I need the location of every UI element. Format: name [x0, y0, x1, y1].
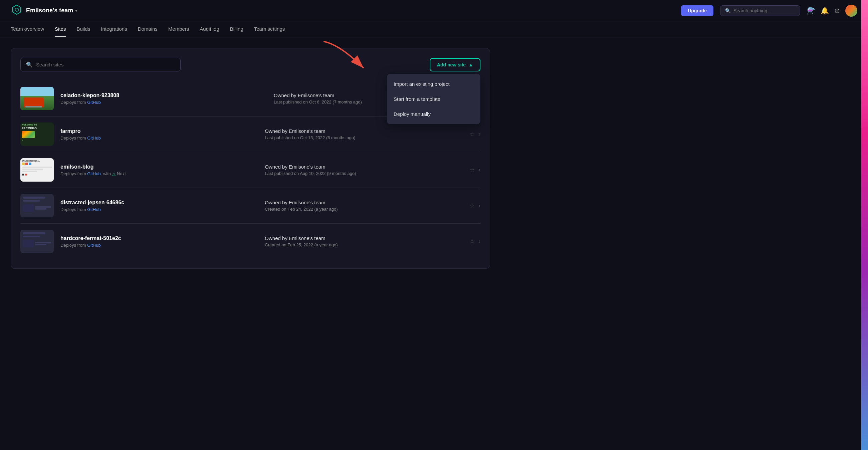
site-name: celadon-klepon-923808	[60, 93, 267, 98]
subnav-members[interactable]: Members	[168, 21, 189, 37]
global-search[interactable]: 🔍	[720, 5, 800, 16]
svg-text:⬡: ⬡	[15, 7, 19, 12]
owner-name: Owned by Emilsone's team	[265, 128, 462, 134]
owner-name: Owned by Emilsone's team	[265, 164, 462, 169]
right-edge-decoration	[861, 0, 868, 450]
site-info: distracted-jepsen-64686c Deploys from Gi…	[60, 200, 258, 212]
topbar: ⬡ Emilsone's team ▾ Upgrade 🔍 ⚗️ 🔔 ⊕	[0, 0, 868, 21]
chevron-right-icon[interactable]: ›	[479, 203, 480, 208]
sites-header: 🔍 Add new sit	[20, 58, 480, 71]
upgrade-button[interactable]: Upgrade	[681, 5, 713, 16]
owner-name: Owned by Emilsone's team	[265, 235, 462, 241]
star-icon[interactable]: ☆	[469, 202, 475, 209]
site-name: distracted-jepsen-64686c	[60, 200, 258, 206]
subnav-builds[interactable]: Builds	[76, 21, 90, 37]
nuxt-badge: with △ Nuxt	[102, 171, 126, 176]
site-thumbnail-blog: EMILSON TECHNICAL	[20, 158, 54, 182]
site-ownership: Owned by Emilsone's team Last published …	[265, 128, 462, 140]
site-info: emilson-blog Deploys from GitHub with △ …	[60, 164, 258, 176]
site-deploy-info: Deploys from GitHub	[60, 243, 258, 248]
sites-container: 🔍 Add new sit	[11, 48, 490, 269]
site-row: EMILSON TECHNICAL	[20, 152, 480, 188]
dropdown-deploy-manually[interactable]: Deploy manually	[387, 106, 480, 122]
site-ownership: Owned by Emilsone's team Last published …	[265, 164, 462, 176]
star-icon[interactable]: ☆	[469, 131, 475, 138]
dropdown-start-template[interactable]: Start from a template	[387, 92, 480, 106]
topbar-icons: ⚗️ 🔔 ⊕	[807, 5, 857, 17]
add-new-site-chevron: ▲	[468, 62, 473, 67]
site-thumbnail-hardcore	[20, 230, 54, 253]
search-icon: 🔍	[725, 8, 731, 13]
chevron-right-icon[interactable]: ›	[479, 131, 480, 137]
site-name: hardcore-fermat-501e2c	[60, 235, 258, 242]
chevron-right-icon[interactable]: ›	[479, 167, 480, 173]
main-content: 🔍 Add new sit	[0, 37, 501, 280]
search-sites[interactable]: 🔍	[20, 58, 181, 71]
netlify-logo-icon: ⬡	[11, 4, 23, 18]
owner-date: Last published on Aug 10, 2022 (9 months…	[265, 171, 462, 176]
owner-date: Created on Feb 24, 2022 (a year ago)	[265, 206, 462, 212]
help-icon[interactable]: ⊕	[834, 7, 840, 15]
add-site-dropdown: Import an existing project Start from a …	[387, 74, 480, 124]
search-sites-icon: 🔍	[26, 61, 33, 68]
team-dropdown-chevron: ▾	[75, 8, 77, 13]
subnav-billing[interactable]: Billing	[230, 21, 243, 37]
site-thumbnail-celadon	[20, 87, 54, 110]
site-ownership: Owned by Emilsone's team Created on Feb …	[265, 200, 462, 212]
site-deploy-info: Deploys from GitHub with △ Nuxt	[60, 171, 258, 176]
owner-date: Last published on Oct 13, 2022 (6 months…	[265, 135, 462, 140]
subnav-domains[interactable]: Domains	[138, 21, 158, 37]
team-name[interactable]: Emilsone's team ▾	[26, 7, 77, 14]
search-sites-input[interactable]	[36, 62, 175, 67]
star-icon[interactable]: ☆	[469, 166, 475, 173]
site-ownership: Owned by Emilsone's team Created on Feb …	[265, 235, 462, 247]
site-name: emilson-blog	[60, 164, 258, 170]
site-info: celadon-klepon-923808 Deploys from GitHu…	[60, 93, 267, 105]
site-row: distracted-jepsen-64686c Deploys from Gi…	[20, 188, 480, 224]
site-deploy-info: Deploys from GitHub	[60, 100, 267, 105]
avatar[interactable]	[845, 5, 857, 17]
github-link[interactable]: GitHub	[87, 171, 100, 176]
owner-date: Created on Feb 25, 2022 (a year ago)	[265, 243, 462, 247]
logo-area: ⬡ Emilsone's team ▾	[11, 4, 77, 18]
site-deploy-info: Deploys from GitHub	[60, 135, 258, 140]
github-link[interactable]: GitHub	[87, 135, 100, 140]
github-link[interactable]: GitHub	[87, 243, 100, 248]
owner-name: Owned by Emilsone's team	[265, 200, 462, 205]
global-search-input[interactable]	[734, 8, 795, 13]
flask-icon[interactable]: ⚗️	[807, 7, 815, 15]
subnav-integrations[interactable]: Integrations	[101, 21, 127, 37]
subnav-team-overview[interactable]: Team overview	[11, 21, 44, 37]
site-thumbnail-farmpro: WELCOME TO FARMPRO ●	[20, 123, 54, 146]
site-info: farmpro Deploys from GitHub	[60, 128, 258, 140]
github-link[interactable]: GitHub	[87, 100, 100, 105]
site-deploy-info: Deploys from GitHub	[60, 207, 258, 212]
site-info: hardcore-fermat-501e2c Deploys from GitH…	[60, 235, 258, 248]
subnav-audit-log[interactable]: Audit log	[199, 21, 219, 37]
site-actions: ☆ ›	[469, 238, 480, 245]
site-name: farmpro	[60, 128, 258, 134]
star-icon[interactable]: ☆	[469, 238, 475, 245]
site-actions: ☆ ›	[469, 131, 480, 138]
site-actions: ☆ ›	[469, 202, 480, 209]
chevron-right-icon[interactable]: ›	[479, 238, 480, 244]
dropdown-import-project[interactable]: Import an existing project	[387, 76, 480, 92]
subnav: Team overview Sites Builds Integrations …	[0, 21, 868, 37]
subnav-team-settings[interactable]: Team settings	[254, 21, 285, 37]
subnav-sites[interactable]: Sites	[55, 21, 66, 37]
github-link[interactable]: GitHub	[87, 207, 100, 212]
bell-icon[interactable]: 🔔	[820, 7, 829, 15]
site-row: hardcore-fermat-501e2c Deploys from GitH…	[20, 224, 480, 259]
site-thumbnail-distracted	[20, 194, 54, 217]
site-actions: ☆ ›	[469, 166, 480, 173]
add-new-site-button[interactable]: Add new site ▲	[430, 58, 480, 71]
